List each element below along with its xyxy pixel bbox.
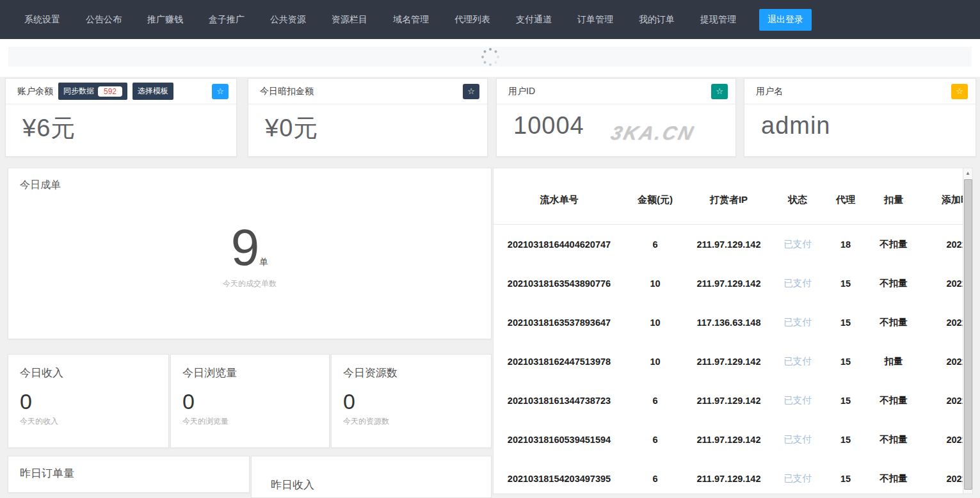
table-cell: 已支付 [772, 342, 823, 381]
nav-item-3[interactable]: 推广赚钱 [147, 14, 183, 26]
table-cell: 20210318163537893647 [494, 303, 625, 342]
username-title: 用户名 [756, 86, 783, 97]
orders-table-header-row: 流水单号金额(元)打赏者IP状态代理扣量添加时间 [494, 168, 963, 225]
table-cell: 211.97.129.142 [686, 225, 772, 264]
table-cell: 不扣量 [868, 459, 919, 494]
balance-card-header: 账户余额 同步数据 592 选择模板 ☆ [6, 79, 236, 104]
star-icon[interactable]: ☆ [951, 84, 968, 99]
column-header: 扣量 [868, 168, 919, 225]
scrollbar-thumb[interactable] [964, 179, 972, 490]
table-cell: 18 [823, 225, 868, 264]
table-cell: 15 [823, 459, 868, 494]
table-cell: 2021-0 [919, 342, 963, 381]
nav-item-12[interactable]: 提现管理 [700, 14, 736, 26]
yesterday-income-title: 昨日收入 [252, 456, 491, 492]
today-resources-value: 0 [343, 390, 491, 412]
vertical-scrollbar[interactable]: ▲ [963, 168, 972, 494]
user-id-value-row: 10004 3KA.CN [497, 104, 735, 144]
user-id-title: 用户ID [508, 86, 535, 97]
today-orders-panel: 今日成单 9单 今天的成交单数 [8, 168, 492, 339]
table-cell: 15 [823, 303, 868, 342]
today-resources-caption: 今天的资源数 [343, 416, 491, 427]
table-cell: 2021-0 [919, 264, 963, 303]
table-cell: 211.97.129.142 [686, 420, 772, 459]
today-income-card: 今日收入 0 今天的收入 [8, 354, 169, 448]
column-header: 打赏者IP [686, 168, 772, 225]
table-row: 2021031816353789364710117.136.63.148已支付1… [494, 303, 963, 342]
table-cell: 2021-0 [919, 225, 963, 264]
choose-template-button[interactable]: 选择模板 [133, 83, 173, 100]
scroll-up-icon[interactable]: ▲ [963, 168, 972, 179]
table-row: 202103181542034973956211.97.129.142已支付15… [494, 459, 963, 494]
nav-item-1[interactable]: 系统设置 [24, 14, 60, 26]
table-cell: 20210318162447513978 [494, 342, 625, 381]
table-cell: 已支付 [772, 225, 823, 264]
table-cell: 20210318154203497395 [494, 459, 625, 494]
orders-table-panel: 流水单号金额(元)打赏者IP状态代理扣量添加时间 202103181644046… [493, 168, 973, 494]
nav-item-5[interactable]: 公共资源 [270, 14, 306, 26]
table-row: 202103181613447387236211.97.129.142已支付15… [494, 381, 963, 420]
table-cell: 117.136.63.148 [686, 303, 772, 342]
nav-item-11[interactable]: 我的订单 [639, 14, 675, 26]
star-icon[interactable]: ☆ [463, 84, 479, 99]
today-orders-title: 今日成单 [8, 168, 491, 192]
table-cell: 不扣量 [868, 225, 919, 264]
today-views-caption: 今天的浏览量 [182, 416, 329, 427]
today-views-card: 今日浏览量 0 今天的浏览量 [170, 354, 330, 448]
balance-card: 账户余额 同步数据 592 选择模板 ☆ ¥6元 [5, 78, 237, 157]
table-cell: 211.97.129.142 [686, 342, 772, 381]
table-cell: 6 [625, 459, 686, 494]
table-row: 202103181644046207476211.97.129.142已支付18… [494, 225, 963, 264]
table-cell: 10 [625, 264, 686, 303]
today-orders-count: 9 [231, 219, 260, 276]
table-cell: 20210318164404620747 [494, 225, 625, 264]
table-cell: 6 [625, 381, 686, 420]
orders-table-clip: 流水单号金额(元)打赏者IP状态代理扣量添加时间 202103181644046… [494, 168, 963, 494]
table-cell: 已支付 [772, 420, 823, 459]
today-resources-card: 今日资源数 0 今天的资源数 [331, 354, 492, 448]
today-orders-unit: 单 [259, 257, 268, 267]
sync-data-button[interactable]: 同步数据 592 [58, 83, 127, 100]
dashboard-page: 系统设置公告公布推广赚钱盒子推广公共资源资源栏目域名管理代理列表支付通道订单管理… [0, 0, 980, 498]
column-header: 流水单号 [494, 168, 625, 225]
hidden-deduct-card: 今日暗扣金额 ☆ ¥0元 [248, 78, 488, 157]
nav-item-7[interactable]: 域名管理 [393, 14, 429, 26]
table-row: 2021031816244751397810211.97.129.142已支付1… [494, 342, 963, 381]
balance-card-title: 账户余额 [17, 86, 53, 97]
table-cell: 2021-0 [919, 303, 963, 342]
today-income-caption: 今天的收入 [20, 416, 168, 427]
sync-data-label: 同步数据 [63, 86, 94, 97]
logout-button[interactable]: 退出登录 [759, 9, 812, 31]
nav-item-10[interactable]: 订单管理 [577, 14, 613, 26]
table-cell: 不扣量 [868, 381, 919, 420]
today-orders-caption: 今天的成交单数 [8, 278, 491, 289]
nav-item-6[interactable]: 资源栏目 [332, 14, 367, 26]
star-icon[interactable]: ☆ [711, 84, 728, 99]
table-cell: 20210318160539451594 [494, 420, 625, 459]
table-cell: 扣量 [868, 342, 919, 381]
star-icon[interactable]: ☆ [212, 84, 229, 99]
table-cell: 已支付 [772, 381, 823, 420]
username-value: admin [744, 104, 976, 140]
username-card-header: 用户名 ☆ [744, 79, 976, 104]
nav-item-4[interactable]: 盒子推广 [209, 14, 245, 26]
orders-table: 流水单号金额(元)打赏者IP状态代理扣量添加时间 202103181644046… [494, 168, 963, 494]
table-row: 202103181605394515946211.97.129.142已支付15… [494, 420, 963, 459]
table-cell: 6 [625, 420, 686, 459]
nav-item-9[interactable]: 支付通道 [516, 14, 552, 26]
today-income-value: 0 [20, 390, 168, 412]
table-cell: 20210318163543890776 [494, 264, 625, 303]
hidden-deduct-value: ¥0元 [248, 104, 487, 145]
nav-item-8[interactable]: 代理列表 [454, 14, 490, 26]
table-cell: 211.97.129.142 [686, 264, 772, 303]
table-cell: 不扣量 [868, 420, 919, 459]
table-cell: 10 [625, 342, 686, 381]
orders-table-head: 流水单号金额(元)打赏者IP状态代理扣量添加时间 [494, 168, 963, 225]
table-cell: 已支付 [772, 459, 823, 494]
nav-item-2[interactable]: 公告公布 [86, 14, 122, 26]
balance-value: ¥6元 [6, 104, 236, 145]
user-id-card: 用户ID ☆ 10004 3KA.CN [496, 78, 736, 157]
table-cell: 2021-0 [919, 381, 963, 420]
table-cell: 20210318161344738723 [494, 381, 625, 420]
table-cell: 10 [625, 303, 686, 342]
